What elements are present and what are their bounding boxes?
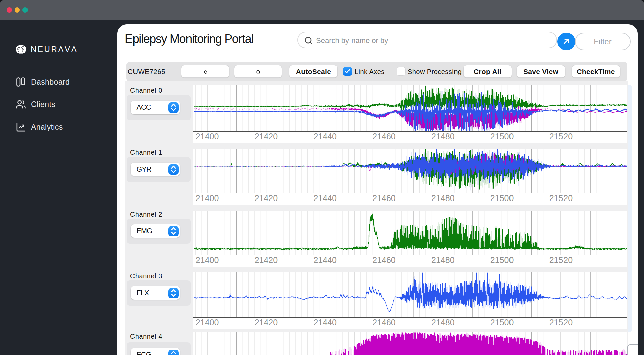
svg-text:21520: 21520 bbox=[549, 193, 573, 203]
svg-text:21400: 21400 bbox=[196, 255, 219, 265]
svg-text:21440: 21440 bbox=[313, 318, 337, 327]
svg-text:21500: 21500 bbox=[490, 255, 514, 265]
svg-text:21500: 21500 bbox=[490, 318, 514, 327]
svg-text:21420: 21420 bbox=[255, 132, 278, 141]
svg-text:21400: 21400 bbox=[196, 318, 219, 327]
svg-text:21400: 21400 bbox=[196, 132, 219, 141]
svg-text:21500: 21500 bbox=[490, 132, 514, 141]
svg-text:21520: 21520 bbox=[549, 255, 573, 265]
svg-text:21440: 21440 bbox=[313, 255, 337, 265]
svg-text:21480: 21480 bbox=[431, 132, 455, 141]
svg-text:21460: 21460 bbox=[372, 318, 396, 327]
svg-text:21520: 21520 bbox=[549, 132, 573, 141]
svg-text:21520: 21520 bbox=[549, 318, 573, 327]
svg-text:21420: 21420 bbox=[255, 255, 278, 265]
svg-text:21400: 21400 bbox=[196, 193, 219, 203]
svg-text:21480: 21480 bbox=[431, 255, 455, 265]
svg-text:21420: 21420 bbox=[255, 193, 278, 203]
svg-text:21480: 21480 bbox=[431, 318, 455, 327]
svg-text:21460: 21460 bbox=[372, 193, 396, 203]
svg-text:21480: 21480 bbox=[431, 193, 455, 203]
svg-text:21460: 21460 bbox=[372, 255, 396, 265]
svg-text:21500: 21500 bbox=[490, 193, 514, 203]
svg-text:21440: 21440 bbox=[313, 193, 337, 203]
svg-text:21420: 21420 bbox=[255, 318, 278, 327]
svg-text:21460: 21460 bbox=[372, 132, 396, 141]
svg-text:21440: 21440 bbox=[313, 132, 337, 141]
